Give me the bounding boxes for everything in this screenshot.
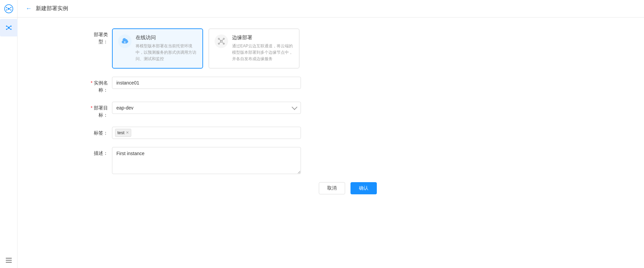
deploy-target-select[interactable]: eap-dev bbox=[112, 102, 301, 114]
back-button[interactable]: ← bbox=[26, 5, 32, 12]
svg-point-3 bbox=[10, 7, 11, 8]
deploy-target-row: 部署目标： eap-dev bbox=[85, 102, 610, 119]
svg-point-7 bbox=[6, 26, 7, 27]
grid-icon bbox=[5, 24, 12, 31]
chevron-down-icon bbox=[292, 104, 298, 110]
page-header: ← 新建部署实例 bbox=[18, 0, 644, 18]
svg-point-18 bbox=[218, 43, 220, 45]
edge-card-title: 边缘部署 bbox=[232, 34, 293, 41]
deploy-type-row: 部署类型： 在线访问 将模型版本部署在当前托管环境中，以预测服务的形式供调用方访… bbox=[85, 28, 610, 69]
online-card-title: 在线访问 bbox=[136, 34, 197, 41]
deploy-type-cards: 在线访问 将模型版本部署在当前托管环境中，以预测服务的形式供调用方访问、测试和监… bbox=[112, 28, 300, 69]
svg-point-1 bbox=[8, 8, 9, 9]
description-label: 描述： bbox=[85, 147, 112, 157]
deploy-target-label: 部署目标： bbox=[85, 102, 112, 119]
svg-line-23 bbox=[222, 42, 223, 43]
form-content: 部署类型： 在线访问 将模型版本部署在当前托管环境中，以预测服务的形式供调用方访… bbox=[18, 18, 644, 268]
svg-line-21 bbox=[222, 40, 223, 41]
tags-label: 标签： bbox=[85, 127, 112, 137]
edge-card-content: 边缘部署 通过EAP云边互联通道，将云端的模型版本部署到多个边缘节点中，并各自发… bbox=[232, 34, 293, 63]
instance-name-row: 实例名称： bbox=[85, 77, 610, 94]
edge-icon-wrapper bbox=[215, 34, 228, 48]
svg-point-16 bbox=[218, 38, 220, 40]
online-icon-wrapper bbox=[118, 34, 132, 48]
sidebar bbox=[0, 0, 18, 268]
sidebar-bottom bbox=[6, 258, 12, 268]
tags-input[interactable]: test ✕ bbox=[112, 127, 301, 139]
main-area: ← 新建部署实例 部署类型： 在线访问 将模型版本部署在当前托 bbox=[18, 0, 644, 268]
sidebar-logo[interactable] bbox=[0, 0, 18, 18]
cancel-button[interactable]: 取消 bbox=[319, 182, 345, 194]
online-type-card[interactable]: 在线访问 将模型版本部署在当前托管环境中，以预测服务的形式供调用方访问、测试和监… bbox=[112, 28, 203, 69]
tag-text: test bbox=[117, 130, 124, 135]
instance-name-input[interactable] bbox=[112, 77, 301, 89]
svg-line-22 bbox=[220, 42, 221, 43]
confirm-button[interactable]: 确认 bbox=[351, 182, 377, 194]
svg-line-11 bbox=[7, 26, 8, 27]
sidebar-item-main[interactable] bbox=[0, 19, 18, 36]
svg-point-5 bbox=[10, 9, 11, 10]
edge-icon bbox=[218, 38, 225, 45]
svg-point-8 bbox=[10, 26, 11, 27]
app-logo-icon bbox=[4, 4, 13, 14]
form-buttons: 取消 确认 bbox=[85, 182, 610, 194]
online-card-content: 在线访问 将模型版本部署在当前托管环境中，以预测服务的形式供调用方访问、测试和监… bbox=[136, 34, 197, 63]
online-card-desc: 将模型版本部署在当前托管环境中，以预测服务的形式供调用方访问、测试和监控 bbox=[136, 43, 197, 63]
cloud-icon bbox=[121, 38, 129, 45]
svg-line-20 bbox=[220, 40, 221, 41]
description-textarea[interactable]: First instance bbox=[112, 147, 301, 174]
svg-point-9 bbox=[6, 29, 7, 30]
description-row: 描述： First instance bbox=[85, 147, 610, 174]
deploy-target-value: eap-dev bbox=[116, 105, 134, 111]
deploy-type-label: 部署类型： bbox=[85, 28, 112, 45]
svg-line-12 bbox=[9, 26, 10, 27]
tags-row: 标签： test ✕ bbox=[85, 127, 610, 139]
svg-point-4 bbox=[6, 9, 7, 10]
tag-close-icon[interactable]: ✕ bbox=[126, 130, 129, 135]
svg-point-10 bbox=[10, 29, 11, 30]
tag-item: test ✕ bbox=[115, 129, 131, 137]
svg-line-13 bbox=[7, 28, 8, 29]
svg-point-17 bbox=[223, 38, 225, 40]
edge-type-card[interactable]: 边缘部署 通过EAP云边互联通道，将云端的模型版本部署到多个边缘节点中，并各自发… bbox=[208, 28, 300, 69]
svg-point-19 bbox=[223, 43, 225, 45]
edge-card-desc: 通过EAP云边互联通道，将云端的模型版本部署到多个边缘节点中，并各自发布成边缘服… bbox=[232, 43, 293, 63]
instance-name-label: 实例名称： bbox=[85, 77, 112, 94]
sidebar-menu-toggle[interactable] bbox=[6, 258, 12, 263]
svg-line-14 bbox=[9, 28, 10, 29]
page-title: 新建部署实例 bbox=[36, 5, 68, 12]
svg-point-2 bbox=[6, 7, 7, 8]
